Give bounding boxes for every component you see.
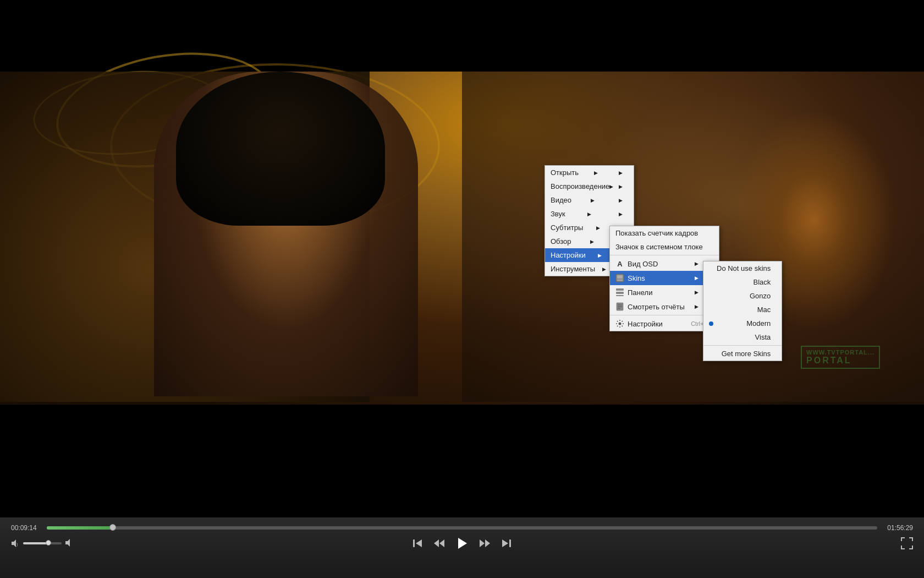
playback-controls <box>412 536 512 550</box>
submenu-arrow-icon: ▶ <box>695 290 698 295</box>
progress-fill <box>47 526 113 530</box>
submenu-arrow-icon: ▶ <box>598 253 602 258</box>
progress-track[interactable] <box>47 526 877 530</box>
menu-item-systray[interactable]: Значок в системном тлоке <box>610 240 719 254</box>
menu-item-open[interactable]: Открыть ▶ <box>545 166 634 179</box>
svg-rect-21 <box>509 539 511 547</box>
letterbox-bottom <box>0 405 924 413</box>
svg-point-10 <box>619 323 622 325</box>
time-current: 00:09:14 <box>11 524 41 532</box>
skins-item-none[interactable]: Do Not use skins <box>703 261 782 275</box>
progress-thumb <box>109 524 116 531</box>
svg-text:): ) <box>16 542 18 547</box>
time-total: 01:56:29 <box>883 524 913 532</box>
submenu-arrow-icon: ▶ <box>596 225 600 231</box>
menu-item-audio[interactable]: Звук ▶ <box>545 207 634 221</box>
skip-back-button[interactable] <box>412 538 423 549</box>
submenu-arrow-icon: ▶ <box>594 170 598 176</box>
svg-rect-1 <box>617 275 623 279</box>
menu-item-playback[interactable]: Воспроизведение ▶ <box>545 179 634 193</box>
mute-button[interactable]: ) <box>11 539 20 548</box>
forward-button[interactable] <box>479 537 491 549</box>
svg-marker-13 <box>65 539 70 547</box>
skins-item-mac[interactable]: Mac <box>703 303 782 317</box>
svg-rect-14 <box>413 539 415 547</box>
svg-marker-20 <box>485 539 490 547</box>
gear-icon <box>615 319 624 328</box>
volume-thumb <box>46 540 51 546</box>
svg-marker-22 <box>502 539 508 547</box>
menu-separator <box>610 255 719 255</box>
svg-rect-2 <box>617 280 623 281</box>
font-icon: A <box>615 259 624 268</box>
play-button[interactable] <box>455 536 469 550</box>
svg-marker-18 <box>458 538 467 549</box>
svg-marker-11 <box>12 539 16 547</box>
skins-item-get-more[interactable]: Get more Skins <box>703 347 782 361</box>
controls-row: ) <box>0 534 924 553</box>
rewind-button[interactable] <box>433 537 445 549</box>
submenu-arrow-icon: ▶ <box>695 275 698 281</box>
svg-rect-3 <box>616 288 624 291</box>
submenu-skins: Do Not use skins Black Gonzo Mac Modern … <box>703 261 782 361</box>
panels-icon <box>615 288 624 297</box>
menu-item-show-fps[interactable]: Показать счетчик кадров <box>610 226 719 240</box>
submenu-arrow-icon: ▶ <box>695 261 698 266</box>
video-frame: www.tvtportal... PORTAL <box>0 0 924 413</box>
fullscreen-button[interactable] <box>901 537 913 549</box>
video-area: www.tvtportal... PORTAL <box>0 0 924 413</box>
submenu-arrow-icon: ▶ <box>609 184 613 189</box>
svg-marker-15 <box>416 539 422 547</box>
volume-track[interactable] <box>23 542 62 544</box>
submenu-arrow-icon: ▶ <box>587 211 591 217</box>
svg-marker-16 <box>434 539 439 547</box>
volume-up-icon <box>65 538 74 549</box>
progress-row: 00:09:14 01:56:29 <box>0 517 924 534</box>
volume-section: ) <box>11 538 74 549</box>
svg-rect-5 <box>616 295 624 296</box>
controls-bar: 00:09:14 01:56:29 ) <box>0 517 924 578</box>
watermark: www.tvtportal... PORTAL <box>801 346 880 369</box>
svg-rect-4 <box>616 292 624 294</box>
skins-item-gonzo[interactable]: Gonzo <box>703 289 782 303</box>
menu-item-video[interactable]: Видео ▶ <box>545 193 634 207</box>
skins-item-modern[interactable]: Modern <box>703 317 782 330</box>
volume-fill <box>23 542 48 544</box>
skins-item-black[interactable]: Black <box>703 275 782 289</box>
submenu-arrow-icon: ▶ <box>591 198 595 203</box>
svg-marker-17 <box>439 539 444 547</box>
submenu-arrow-icon: ▶ <box>590 239 594 244</box>
skins-separator <box>703 345 782 346</box>
skins-icon <box>615 274 624 282</box>
submenu-arrow-icon: ▶ <box>602 266 606 272</box>
skip-forward-button[interactable] <box>501 538 512 549</box>
active-indicator <box>709 321 713 326</box>
submenu-arrow-icon: ▶ <box>695 304 698 309</box>
reports-icon <box>615 302 624 311</box>
svg-marker-19 <box>480 539 485 547</box>
skins-item-vista[interactable]: Vista <box>703 330 782 344</box>
